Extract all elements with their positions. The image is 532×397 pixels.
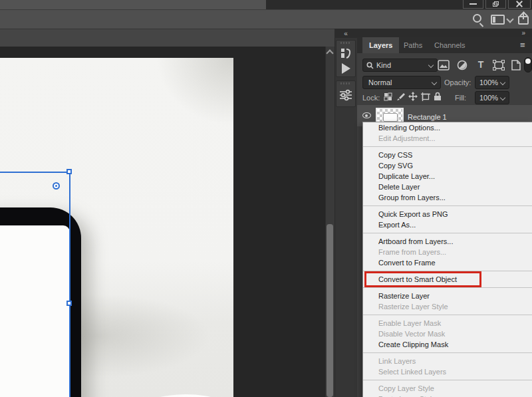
- panel-menu-icon: ≡: [520, 40, 525, 50]
- canvas[interactable]: [0, 58, 233, 397]
- restore-icon: [493, 1, 499, 7]
- smart-object-icon: [511, 60, 521, 70]
- search-icon: [473, 14, 481, 23]
- filter-smart-objects-button[interactable]: [511, 60, 521, 70]
- move-icon: [408, 92, 418, 101]
- menu-item-frame-from-layers: Frame from Layers...: [363, 247, 532, 257]
- kind-filter-dropdown[interactable]: Kind: [362, 59, 438, 72]
- lock-transparency-button[interactable]: [384, 92, 392, 101]
- chevron-down-icon: [428, 63, 434, 68]
- tab-layers-label: Layers: [369, 41, 392, 49]
- tab-channels[interactable]: Channels: [428, 37, 471, 53]
- layer-visibility-toggle[interactable]: [362, 112, 371, 118]
- restore-button[interactable]: [485, 0, 506, 9]
- lock-label: Lock:: [362, 94, 380, 102]
- menu-item-rasterize-layer[interactable]: Rasterize Layer: [363, 291, 532, 301]
- opacity-label: Opacity:: [444, 78, 471, 86]
- menu-separator: [363, 233, 532, 233]
- dock-grip[interactable]: [340, 42, 351, 44]
- workspace-icon: [491, 15, 505, 25]
- collapse-right-icon: »: [521, 29, 525, 37]
- photo-tablet-screen: [0, 225, 70, 397]
- properties-panel-button[interactable]: [336, 86, 355, 104]
- menu-separator: [363, 352, 532, 353]
- selection-edge-right: [69, 172, 70, 397]
- adjustment-layer-icon: [457, 60, 467, 70]
- chevron-down-icon: [432, 80, 437, 85]
- lock-transparency-icon: [384, 92, 392, 101]
- dock-collapse-button[interactable]: «: [334, 29, 357, 38]
- menu-item-copy-css[interactable]: Copy CSS: [363, 150, 532, 160]
- search-button[interactable]: [473, 14, 481, 23]
- opacity-value: 100%: [479, 78, 498, 86]
- menu-item-enable-layer-mask: Enable Layer Mask: [363, 318, 532, 329]
- panel-collapse-button[interactable]: »: [357, 29, 532, 37]
- tab-paths-label: Paths: [404, 41, 422, 49]
- menu-separator: [363, 287, 532, 288]
- menu-item-group-from-layers[interactable]: Group from Layers...: [363, 192, 532, 203]
- filter-pixel-layers-button[interactable]: [438, 60, 450, 70]
- layer-name[interactable]: Rectangle 1: [408, 113, 447, 121]
- dock-group-history-actions: [336, 40, 356, 77]
- tab-layers[interactable]: Layers: [362, 37, 399, 53]
- lock-pixels-button[interactable]: [396, 92, 405, 101]
- layer-thumbnail-shape: [383, 113, 398, 122]
- menu-item-rasterize-layer-style: Rasterize Layer Style: [363, 301, 532, 312]
- minimize-button[interactable]: [463, 0, 483, 9]
- type-layer-icon: T: [478, 59, 484, 70]
- context-menu: Blending Options...Edit Adjustment...Cop…: [362, 122, 532, 397]
- share-button[interactable]: [518, 12, 529, 25]
- menu-item-select-linked-layers: Select Linked Layers: [363, 366, 532, 377]
- close-button[interactable]: [508, 0, 531, 9]
- corner-radius-widget[interactable]: [53, 182, 60, 190]
- minimize-icon: [469, 3, 477, 5]
- tab-channels-label: Channels: [434, 41, 465, 49]
- menu-item-copy-svg[interactable]: Copy SVG: [363, 160, 532, 171]
- history-panel-button[interactable]: [336, 46, 355, 61]
- menu-item-delete-layer[interactable]: Delete Layer: [363, 182, 532, 192]
- lock-all-button[interactable]: [434, 92, 442, 101]
- tab-paths[interactable]: Paths: [397, 37, 429, 53]
- toggle-knob-icon: [525, 59, 531, 64]
- share-icon: [518, 16, 529, 25]
- menu-item-duplicate-layer[interactable]: Duplicate Layer...: [363, 171, 532, 182]
- opacity-input[interactable]: 100%: [475, 76, 509, 89]
- menu-item-artboard-from-layers[interactable]: Artboard from Layers...: [363, 236, 532, 247]
- play-icon: [342, 63, 350, 74]
- artboard-icon: [421, 92, 430, 101]
- panel-menu-button[interactable]: ≡: [520, 37, 525, 53]
- fill-label: Fill:: [455, 94, 466, 102]
- menu-item-link-layers: Link Layers: [363, 356, 532, 366]
- fill-input[interactable]: 100%: [475, 91, 509, 104]
- menu-item-create-clipping-mask[interactable]: Create Clipping Mask: [363, 339, 532, 350]
- blend-mode-dropdown[interactable]: Normal: [362, 76, 441, 89]
- app-icon-bar: [0, 9, 532, 29]
- filter-adjustment-layers-button[interactable]: [457, 60, 467, 70]
- filter-toggle-switch[interactable]: [524, 57, 532, 72]
- history-panel-icon: [340, 47, 352, 59]
- menu-item-convert-to-frame[interactable]: Convert to Frame: [363, 257, 532, 268]
- context-menu-list: Blending Options...Edit Adjustment...Cop…: [363, 122, 532, 397]
- padlock-icon: [434, 92, 442, 101]
- menu-separator: [363, 380, 532, 380]
- shape-layer-icon: [493, 60, 505, 70]
- filter-shape-layers-button[interactable]: [493, 60, 505, 70]
- menu-separator: [363, 205, 532, 206]
- fill-value: 100%: [479, 94, 498, 102]
- lock-position-button[interactable]: [408, 92, 418, 101]
- menu-item-quick-export-as-png[interactable]: Quick Export as PNG: [363, 209, 532, 219]
- filter-type-layers-button[interactable]: T: [475, 59, 486, 70]
- dock-grip[interactable]: [340, 82, 351, 84]
- blend-mode-value: Normal: [368, 78, 392, 86]
- document-scrollbar-thumb[interactable]: [327, 224, 333, 397]
- lock-artboard-button[interactable]: [421, 92, 430, 101]
- pixel-layer-icon: [438, 60, 450, 70]
- menu-item-export-as[interactable]: Export As...: [363, 219, 532, 230]
- menu-item-convert-to-smart-object[interactable]: Convert to Smart Object: [363, 274, 532, 285]
- menu-item-blending-options[interactable]: Blending Options...: [363, 122, 532, 133]
- selection-handle-corner[interactable]: [66, 169, 72, 174]
- workspace-switcher[interactable]: [491, 15, 505, 25]
- actions-panel-button[interactable]: [336, 61, 355, 76]
- selection-handle-mid-right[interactable]: [66, 301, 72, 306]
- menu-item-paste-layer-style: Paste Layer Style: [363, 394, 532, 397]
